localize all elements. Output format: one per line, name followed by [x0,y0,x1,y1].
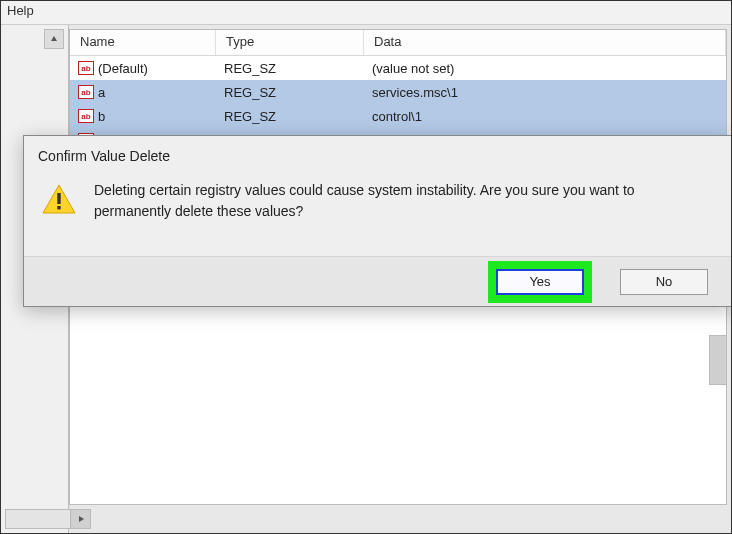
value-data: (value not set) [364,61,726,76]
value-type: REG_SZ [216,109,364,124]
string-value-icon [78,85,94,99]
yes-button[interactable]: Yes [496,269,584,295]
string-value-icon [78,61,94,75]
yes-button-highlight: Yes [488,261,592,303]
value-name: b [98,109,105,124]
menu-bar: Help [1,1,731,25]
menu-item-help[interactable]: Help [7,3,34,18]
scroll-up-button[interactable] [44,29,64,49]
column-header-type[interactable]: Type [216,30,364,55]
table-row[interactable]: b REG_SZ control\1 [70,104,726,128]
svg-marker-0 [51,36,57,41]
table-row[interactable]: (Default) REG_SZ (value not set) [70,56,726,80]
no-button[interactable]: No [620,269,708,295]
scroll-right-button[interactable] [70,510,90,528]
dialog-button-bar: Yes No [24,256,732,306]
svg-rect-4 [57,193,60,204]
horizontal-scrollbar[interactable] [5,509,91,529]
dialog-message: Deleting certain registry values could c… [94,180,674,222]
svg-marker-2 [79,516,84,522]
value-name: (Default) [98,61,148,76]
table-row[interactable]: a REG_SZ services.msc\1 [70,80,726,104]
string-value-icon [78,109,94,123]
confirm-delete-dialog: Confirm Value Delete Deleting certain re… [23,135,732,307]
value-data: control\1 [364,109,726,124]
vertical-scrollbar-thumb[interactable] [709,335,727,385]
value-type: REG_SZ [216,61,364,76]
column-headers[interactable]: Name Type Data [70,30,726,56]
svg-rect-5 [57,206,60,209]
warning-icon [42,184,76,214]
column-header-name[interactable]: Name [70,30,216,55]
value-name: a [98,85,105,100]
value-type: REG_SZ [216,85,364,100]
dialog-title: Confirm Value Delete [24,136,732,172]
value-data: services.msc\1 [364,85,726,100]
column-header-data[interactable]: Data [364,30,726,55]
